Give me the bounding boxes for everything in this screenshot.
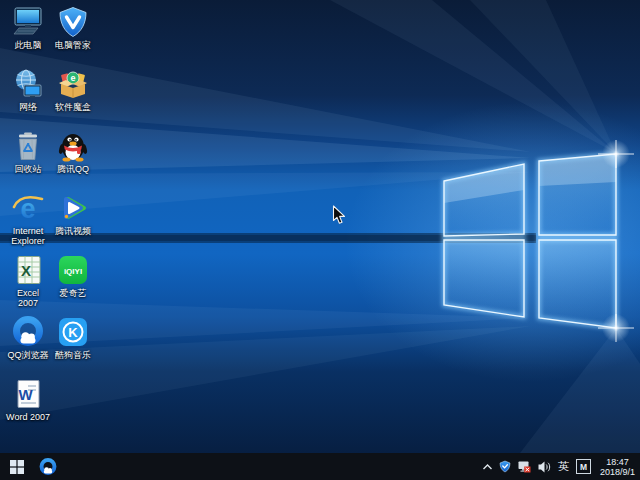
svg-text:iQIYI: iQIYI (64, 267, 82, 276)
clock-time: 18:47 (600, 457, 635, 467)
word-document-icon: W (12, 378, 44, 410)
desktop-icon-software-box[interactable]: e 软件魔盒 (51, 68, 95, 112)
svg-text:W: W (19, 386, 34, 403)
desktop-icon-label: Word 2007 (6, 412, 50, 422)
desktop-icon-tencent-qq[interactable]: 腾讯QQ (51, 130, 95, 174)
desktop-icon-label: 此电脑 (15, 40, 42, 50)
open-box-icon: e (57, 68, 89, 100)
network-error-icon[interactable] (518, 461, 531, 473)
start-button[interactable] (0, 453, 34, 480)
computer-monitor-icon (12, 6, 44, 38)
chevron-up-icon[interactable] (483, 464, 492, 470)
desktop-icon-label: 爱奇艺 (60, 288, 87, 298)
desktop-icon-label: 电脑管家 (55, 40, 91, 50)
ime-language-indicator[interactable]: 英 (558, 459, 569, 474)
desktop-icon-this-pc[interactable]: 此电脑 (6, 6, 50, 50)
desktop-wallpaper (0, 0, 640, 453)
desktop-icon-label: 网络 (19, 102, 37, 112)
clock-date: 2018/9/1 (600, 467, 635, 477)
ime-mode-indicator[interactable]: M (576, 459, 591, 474)
play-triangle-icon (57, 192, 89, 224)
desktop-icon-tencent-video[interactable]: 腾讯视频 (51, 192, 95, 236)
desktop-icon-kugou-music[interactable]: K 酷狗音乐 (51, 316, 95, 360)
desktop-icon-network[interactable]: 网络 (6, 68, 50, 112)
system-tray: 英 M 18:47 2018/9/1 (483, 457, 640, 477)
svg-text:X: X (21, 262, 31, 279)
qq-browser-icon (39, 458, 57, 476)
ie-e-icon: e (12, 192, 44, 224)
desktop-icon-pc-manager[interactable]: 电脑管家 (51, 6, 95, 50)
desktop-icon-qq-browser[interactable]: QQ浏览器 (6, 316, 50, 360)
blue-shield-icon (57, 6, 89, 38)
taskbar-qq-browser-button[interactable] (34, 453, 62, 480)
desktop-icon-excel-2007[interactable]: X Excel 2007 (6, 254, 50, 308)
penguin-icon (57, 130, 89, 162)
desktop-icon-label: 回收站 (15, 164, 42, 174)
desktop-icon-label: Excel 2007 (6, 288, 50, 308)
excel-spreadsheet-icon: X (12, 254, 44, 286)
desktop-icon-label: 软件魔盒 (55, 102, 91, 112)
recycle-bin-icon (12, 130, 44, 162)
desktop-icon-label: 腾讯QQ (57, 164, 89, 174)
k-circle-icon: K (57, 316, 89, 348)
start-icon (10, 460, 24, 474)
desktop-icon-recycle-bin[interactable]: 回收站 (6, 130, 50, 174)
desktop-icon-label: Internet Explorer (6, 226, 50, 246)
svg-text:K: K (68, 325, 78, 340)
desktop-icon-label: 腾讯视频 (55, 226, 91, 236)
taskbar-clock[interactable]: 18:47 2018/9/1 (598, 457, 637, 477)
desktop-icon-iqiyi[interactable]: iQIYI 爱奇艺 (51, 254, 95, 298)
globe-monitor-icon (12, 68, 44, 100)
speaker-icon[interactable] (538, 461, 551, 473)
svg-text:e: e (70, 73, 75, 83)
desktop-icon-internet-explorer[interactable]: e Internet Explorer (6, 192, 50, 246)
desktop-icon-word-2007[interactable]: W Word 2007 (6, 378, 50, 422)
iqiyi-logo-icon: iQIYI (57, 254, 89, 286)
taskbar: 英 M 18:47 2018/9/1 (0, 453, 640, 480)
desktop-icon-label: 酷狗音乐 (55, 350, 91, 360)
desktop-icon-label: QQ浏览器 (7, 350, 48, 360)
blue-ring-cloud-icon (12, 316, 44, 348)
shield-icon[interactable] (499, 460, 511, 473)
